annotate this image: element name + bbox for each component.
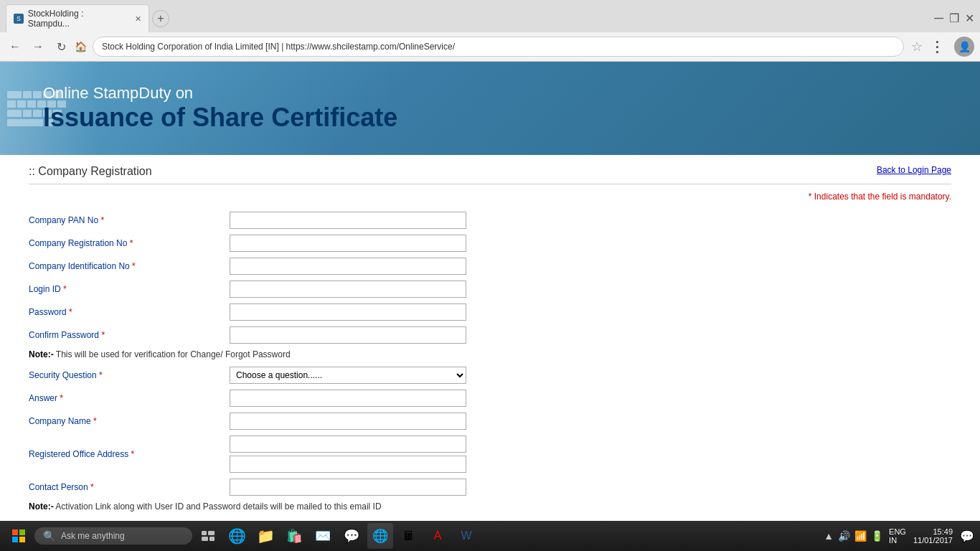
header-banner: Online StampDuty on Issuance of Share Ce… [0,62,980,155]
back-to-login-link[interactable]: Back to Login Page [877,165,951,175]
taskbar-search-icon: 🔍 [43,530,55,542]
required-indicator: * [69,307,72,317]
confirm-password-input[interactable] [230,326,466,344]
company-identification-input[interactable] [230,258,466,275]
taskbar-mail-icon[interactable]: ✉️ [310,523,336,549]
login-id-input[interactable] [230,281,466,298]
label-password: Password * [29,307,230,317]
required-indicator: * [100,215,104,225]
company-registration-input[interactable] [230,235,466,252]
label-company-name: Company Name * [29,416,230,426]
note-label-2: Note:- [29,501,54,512]
home-button[interactable]: 🏠 [75,41,87,52]
note-text-2: Activation Link along with User ID and P… [55,501,381,512]
form-row-security-question: Security Question * Choose a question...… [29,367,951,384]
label-security-question: Security Question * [29,370,230,380]
forward-button[interactable]: → [29,37,47,56]
company-pan-input[interactable] [230,212,466,229]
bookmark-icon[interactable]: ☆ [911,39,923,55]
page-wrapper: Online StampDuty on Issuance of Share Ce… [0,62,980,531]
svg-rect-0 [12,529,18,535]
contact-person-input[interactable] [230,479,466,496]
note-label-1: Note:- [29,349,54,359]
taskbar-lang-time: ENG IN 15:49 11/01/2017 💬 [889,527,974,545]
start-button[interactable] [6,523,32,549]
close-window-button[interactable]: ✕ [965,11,974,25]
svg-rect-7 [209,537,215,541]
reload-button[interactable]: ↻ [52,37,70,56]
header-line2: Issuance of Share Certificate [43,103,397,133]
taskbar-battery-icon[interactable]: 🔋 [871,530,883,542]
password-input[interactable] [230,303,466,321]
required-indicator: * [130,238,133,248]
form-row-identification: Company Identification No * [29,258,951,275]
taskbar: 🔍 🌐 📁 🛍️ ✉️ 💬 🌐 🖩 A W ▲ 🔊 [0,521,980,549]
taskbar-calculator-icon[interactable]: 🖩 [396,523,422,549]
browser-chrome: S StockHolding : Stampdu... ✕ + ─ ❒ ✕ ← … [0,0,980,62]
answer-input[interactable] [230,390,466,407]
tab-bar: S StockHolding : Stampdu... ✕ + ─ ❒ ✕ [0,0,980,32]
header-line1: Online StampDuty on [43,84,397,103]
taskbar-store-icon[interactable]: 🛍️ [281,523,307,549]
note-forgot-password: Note:- This will be used for verificatio… [29,349,951,359]
taskbar-chrome-icon[interactable]: 🌐 [367,523,393,549]
task-view-icon [202,531,215,541]
new-tab-button[interactable]: + [152,10,169,27]
svg-rect-5 [208,531,215,535]
taskbar-volume-icon[interactable]: 🔊 [838,530,850,542]
note-text-1: This will be used for verification for C… [56,349,291,359]
browser-tab[interactable]: S StockHolding : Stampdu... ✕ [6,4,149,32]
taskbar-edge-icon[interactable]: 🌐 [224,523,250,549]
form-row-password: Password * [29,303,951,321]
taskbar-skype-icon[interactable]: 💬 [339,523,364,549]
company-name-input[interactable] [230,413,466,430]
windows-logo-icon [12,529,25,542]
label-company-pan: Company PAN No * [29,215,230,225]
taskbar-search-bar[interactable]: 🔍 [34,527,192,545]
section-header: :: Company Registration Back to Login Pa… [29,155,951,184]
minimize-button[interactable]: ─ [934,11,943,26]
registered-address-input-1[interactable] [230,435,466,453]
form-row-registered-address: Registered Office Address * [29,435,951,473]
taskbar-network-icon[interactable]: 📶 [854,530,867,542]
mandatory-note: * Indicates that the field is mandatory. [29,192,951,202]
chrome-menu-icon[interactable]: ⋮ [930,38,944,55]
required-indicator: * [60,393,63,403]
taskbar-datetime[interactable]: 15:49 11/01/2017 [913,527,953,545]
registered-address-input-2[interactable] [230,456,466,473]
label-registered-address: Registered Office Address * [29,449,230,459]
address-inputs-container [230,435,466,473]
label-confirm-password: Confirm Password * [29,330,230,340]
tab-title: StockHolding : Stampdu... [28,9,126,29]
security-question-select[interactable]: Choose a question...... [230,367,466,384]
form-row-pan: Company PAN No * [29,212,951,229]
taskbar-notification-icon[interactable]: 💬 [960,529,974,543]
label-company-identification: Company Identification No * [29,261,230,271]
label-login-id: Login ID * [29,284,230,294]
maximize-button[interactable]: ❒ [949,11,959,25]
taskbar-date-display: 11/01/2017 [913,536,953,545]
svg-rect-3 [19,537,25,542]
taskbar-task-view[interactable] [195,523,221,549]
required-indicator: * [93,416,97,426]
label-answer: Answer * [29,393,230,403]
tab-favicon: S [14,14,24,24]
close-tab-button[interactable]: ✕ [135,14,141,24]
form-row-answer: Answer * [29,390,951,407]
taskbar-up-arrow[interactable]: ▲ [824,530,834,542]
note-email: Note:- Activation Link along with User I… [29,501,951,512]
svg-rect-4 [202,531,207,535]
profile-icon[interactable]: 👤 [954,37,974,57]
back-button[interactable]: ← [6,37,24,56]
section-title: :: Company Registration [29,165,152,178]
taskbar-word-icon[interactable]: W [453,523,479,549]
taskbar-acrobat-icon[interactable]: A [425,523,451,549]
taskbar-language[interactable]: ENG IN [889,527,906,545]
form-row-company-name: Company Name * [29,413,951,430]
required-indicator: * [101,330,105,340]
taskbar-file-explorer-icon[interactable]: 📁 [253,523,278,549]
label-contact-person: Contact Person * [29,482,230,492]
address-input[interactable] [93,37,904,57]
label-company-registration: Company Registration No * [29,238,230,248]
taskbar-search-input[interactable] [61,531,176,541]
